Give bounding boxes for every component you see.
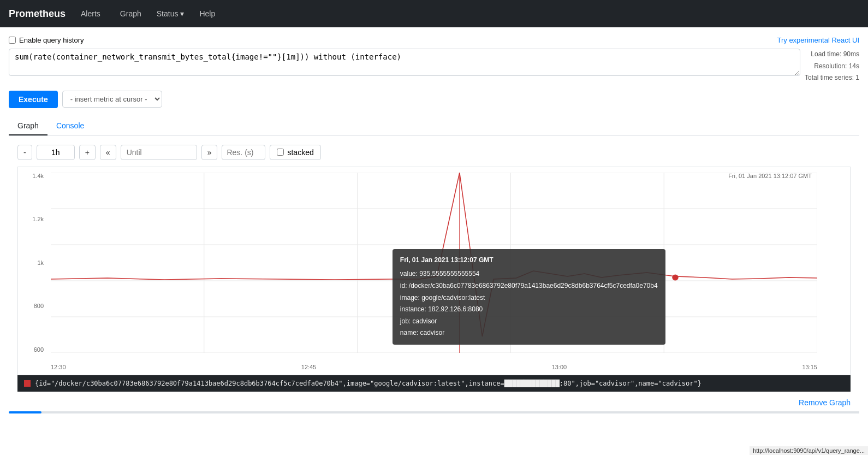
tooltip-image-label: image: bbox=[400, 294, 420, 302]
navbar: Prometheus Alerts Graph Status ▾ Help bbox=[0, 0, 868, 27]
execute-button[interactable]: Execute bbox=[9, 91, 58, 108]
stacked-button[interactable]: stacked bbox=[270, 145, 320, 160]
remove-graph-link[interactable]: Remove Graph bbox=[799, 398, 851, 407]
scroll-thumb bbox=[9, 411, 41, 413]
resolution: Resolution: 14s bbox=[805, 61, 859, 73]
tooltip-time: Fri, 01 Jan 2021 13:12:07 GMT bbox=[400, 255, 658, 267]
tooltip-image-value: google/cadvisor:latest bbox=[421, 294, 485, 302]
stacked-checkbox[interactable] bbox=[277, 149, 284, 156]
chart-area: Fri, 01 Jan 2021 13:12:07 GMT 1.4k 1.2k … bbox=[17, 167, 851, 375]
nav-status-caret: ▾ bbox=[180, 9, 184, 18]
bottom-bar: Remove Graph bbox=[9, 392, 859, 409]
tooltip-instance-label: instance: bbox=[400, 305, 426, 313]
total-series: Total time series: 1 bbox=[805, 72, 859, 84]
legend-bar[interactable]: {id="/docker/c30ba6c07783e6863792e80f79a… bbox=[17, 375, 851, 392]
legend-color-box bbox=[24, 380, 31, 387]
react-ui-link[interactable]: Try experimental React UI bbox=[777, 36, 859, 44]
legend-text: {id="/docker/c30ba6c07783e6863792e80f79a… bbox=[35, 380, 701, 387]
graph-controls: - + « » stacked bbox=[9, 145, 859, 160]
tooltip-instance-value: 182.92.126.6:8080 bbox=[428, 305, 483, 313]
metric-selector[interactable]: - insert metric at cursor - bbox=[62, 91, 162, 108]
y-label-12k: 1.2k bbox=[32, 216, 44, 222]
enable-history-checkbox[interactable] bbox=[9, 37, 16, 44]
tooltip-name-label: name: bbox=[400, 329, 418, 336]
x-label-1300: 13:00 bbox=[552, 364, 567, 370]
until-input[interactable] bbox=[121, 145, 197, 160]
top-bar: Enable query history Try experimental Re… bbox=[9, 36, 859, 44]
svg-point-12 bbox=[673, 275, 678, 280]
y-label-600: 600 bbox=[34, 346, 44, 353]
tooltip-id-label: id: bbox=[400, 282, 407, 289]
rewind-button[interactable]: « bbox=[100, 145, 116, 160]
tooltip-id: id: /docker/c30ba6c07783e6863792e80f79a1… bbox=[400, 280, 658, 292]
x-label-1245: 12:45 bbox=[301, 364, 317, 370]
tab-graph[interactable]: Graph bbox=[9, 117, 47, 135]
query-container: sum(rate(container_network_transmit_byte… bbox=[9, 49, 859, 84]
time-plus-button[interactable]: + bbox=[79, 145, 96, 160]
y-label-14k: 1.4k bbox=[32, 173, 44, 179]
nav-alerts[interactable]: Alerts bbox=[76, 7, 105, 20]
res-input[interactable] bbox=[222, 145, 265, 160]
tooltip-value-value: 935.5555555555554 bbox=[419, 270, 479, 277]
tooltip-name: name: cadvisor bbox=[400, 327, 658, 339]
tooltip-job: job: cadvisor bbox=[400, 316, 658, 328]
scroll-indicator bbox=[9, 411, 859, 413]
tooltip-job-value: cadvisor bbox=[413, 317, 437, 325]
nav-status-label: Status bbox=[157, 9, 179, 18]
forward-button[interactable]: » bbox=[201, 145, 218, 160]
chart-tooltip: Fri, 01 Jan 2021 13:12:07 GMT value: 935… bbox=[393, 249, 665, 345]
time-minus-button[interactable]: - bbox=[17, 145, 32, 160]
execute-row: Execute - insert metric at cursor - bbox=[9, 91, 859, 108]
load-time: Load time: 90ms bbox=[805, 49, 859, 61]
enable-history-section: Enable query history bbox=[9, 36, 84, 44]
y-axis: 1.4k 1.2k 1k 800 600 bbox=[18, 173, 48, 353]
brand-logo[interactable]: Prometheus bbox=[9, 8, 66, 20]
enable-history-label: Enable query history bbox=[19, 36, 84, 44]
time-range-input[interactable] bbox=[37, 145, 75, 160]
tab-console[interactable]: Console bbox=[47, 117, 93, 135]
y-label-1k: 1k bbox=[37, 259, 44, 266]
tabs: Graph Console bbox=[9, 117, 859, 136]
nav-graph[interactable]: Graph bbox=[116, 7, 146, 20]
x-label-1230: 12:30 bbox=[51, 364, 66, 370]
tooltip-name-value: cadvisor bbox=[420, 329, 445, 336]
y-label-800: 800 bbox=[34, 303, 44, 309]
chart-inner: Fri, 01 Jan 2021 13:12:07 GMT 1.4k 1.2k … bbox=[18, 167, 850, 375]
tooltip-instance: instance: 182.92.126.6:8080 bbox=[400, 304, 658, 316]
query-input[interactable]: sum(rate(container_network_transmit_byte… bbox=[9, 49, 800, 76]
x-axis: 12:30 12:45 13:00 13:15 bbox=[51, 364, 817, 370]
tooltip-value: value: 935.5555555555554 bbox=[400, 268, 658, 280]
x-label-1315: 13:15 bbox=[802, 364, 817, 370]
main-content: Enable query history Try experimental Re… bbox=[0, 27, 868, 422]
tooltip-value-label: value: bbox=[400, 270, 418, 277]
nav-status-dropdown[interactable]: Status ▾ bbox=[157, 9, 185, 18]
tooltip-job-label: job: bbox=[400, 317, 411, 325]
stacked-label: stacked bbox=[287, 148, 313, 157]
tooltip-image: image: google/cadvisor:latest bbox=[400, 292, 658, 304]
load-info: Load time: 90ms Resolution: 14s Total ti… bbox=[805, 49, 859, 84]
nav-help[interactable]: Help bbox=[195, 7, 219, 20]
tooltip-id-value: /docker/c30ba6c07783e6863792e80f79a1413b… bbox=[409, 282, 658, 289]
